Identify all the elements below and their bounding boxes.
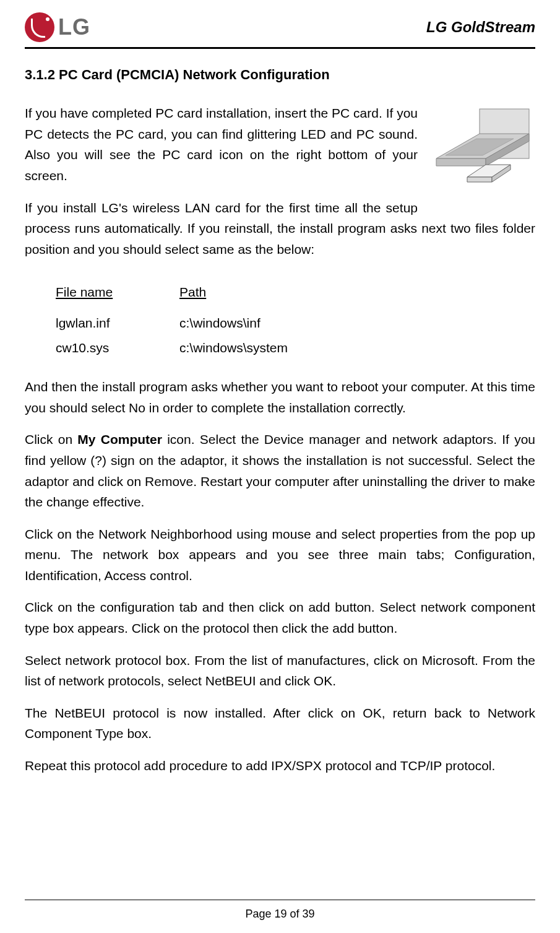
intro-block: If you have completed PC card installati…	[25, 103, 535, 271]
lg-logo: LG	[25, 12, 90, 42]
my-computer-bold: My Computer	[77, 432, 162, 446]
paragraph-2: If you install LG's wireless LAN card fo…	[25, 197, 535, 260]
svg-marker-6	[467, 177, 492, 182]
page-header: LG LG GoldStream	[25, 12, 535, 49]
lg-logo-icon	[25, 12, 54, 42]
page-footer: Page 19 of 39	[25, 900, 535, 921]
table-header-file: File name	[56, 282, 179, 303]
section-heading: 3.1.2 PC Card (PCMCIA) Network Configura…	[25, 64, 535, 85]
table-cell-file: cw10.sys	[56, 337, 179, 358]
brand-title: LG GoldStream	[426, 19, 535, 36]
table-header-row: File name Path	[56, 282, 535, 303]
lg-logo-text: LG	[58, 14, 90, 40]
paragraph-4-pre: Click on	[25, 432, 77, 446]
paragraph-9: Repeat this protocol add procedure to ad…	[25, 755, 535, 776]
paragraph-6: Click on the configuration tab and then …	[25, 597, 535, 638]
paragraph-5: Click on the Network Neighborhood using …	[25, 524, 535, 586]
page-content: 3.1.2 PC Card (PCMCIA) Network Configura…	[25, 49, 535, 900]
file-path-table: File name Path lgwlan.inf c:\windows\inf…	[56, 282, 535, 358]
table-cell-path: c:\windows\system	[179, 337, 316, 358]
table-row: cw10.sys c:\windows\system	[56, 337, 535, 358]
paragraph-3: And then the install program asks whethe…	[25, 376, 535, 418]
svg-marker-3	[436, 158, 486, 166]
table-cell-file: lgwlan.inf	[56, 313, 179, 334]
laptop-pccard-illustration	[424, 103, 535, 202]
table-row: lgwlan.inf c:\windows\inf	[56, 313, 535, 334]
table-header-path: Path	[179, 282, 316, 303]
table-cell-path: c:\windows\inf	[179, 313, 316, 334]
paragraph-7: Select network protocol box. From the li…	[25, 650, 535, 692]
page-number-label: Page 19 of 39	[245, 908, 314, 920]
paragraph-4: Click on My Computer icon. Select the De…	[25, 429, 535, 512]
paragraph-8: The NetBEUI protocol is now installed. A…	[25, 703, 535, 744]
document-page: LG LG GoldStream 3.1.2 PC Card (PCMCIA) …	[0, 0, 560, 933]
